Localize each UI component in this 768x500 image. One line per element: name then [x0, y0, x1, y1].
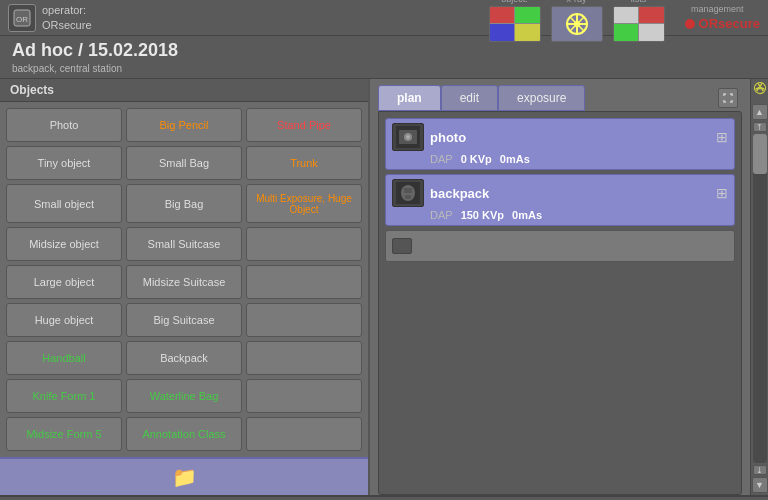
- expand-button[interactable]: [718, 88, 738, 108]
- scroll-up-btn[interactable]: ▲: [752, 104, 768, 120]
- backpack-thumb: [392, 179, 424, 207]
- tab-exposure[interactable]: exposure: [498, 85, 585, 111]
- btn-small-bag[interactable]: Small Bag: [126, 146, 242, 180]
- photo-detail: DAP 0 KVp 0mAs: [392, 153, 728, 165]
- main-layout: Objects Photo Big Pencil Stand Pipe Tiny…: [0, 79, 768, 495]
- btn-empty-3: [246, 303, 362, 337]
- btn-big-pencil[interactable]: Big Pencil: [126, 108, 242, 142]
- photo-dap-label: DAP: [430, 153, 453, 165]
- logo-icon: OR: [8, 4, 36, 32]
- scroll-top-btn[interactable]: ⤒: [753, 122, 767, 132]
- right-scrollbar: ▲ ⤒ ⤓ ▼: [750, 79, 768, 495]
- left-panel: Objects Photo Big Pencil Stand Pipe Tiny…: [0, 79, 370, 495]
- btn-large-object[interactable]: Large object: [6, 265, 122, 299]
- photo-row-name: photo: [430, 130, 710, 145]
- bottom-bar: ✓ finish study 🖨 print study: [0, 495, 768, 500]
- btn-photo[interactable]: Photo: [6, 108, 122, 142]
- brand-dot: [685, 19, 695, 29]
- btn-handball[interactable]: Handball: [6, 341, 122, 375]
- btn-backpack[interactable]: Backpack: [126, 341, 242, 375]
- right-panel: plan edit exposure: [370, 79, 750, 495]
- btn-huge-object[interactable]: Huge object: [6, 303, 122, 337]
- scroll-thumb: [753, 134, 767, 174]
- btn-big-bag[interactable]: Big Bag: [126, 184, 242, 223]
- brand-name: ORsecure: [699, 16, 760, 31]
- study-row-backpack[interactable]: backpack ⊞ DAP 150 KVp 0mAs: [385, 174, 735, 226]
- object-thumb[interactable]: [489, 6, 541, 42]
- left-footer: 📁: [0, 457, 368, 495]
- btn-small-object[interactable]: Small object: [6, 184, 122, 223]
- operator-label: operator:: [42, 3, 92, 17]
- photo-expand[interactable]: ⊞: [716, 129, 728, 145]
- backpack-dap-label: DAP: [430, 209, 453, 221]
- xray-thumb[interactable]: [551, 6, 603, 42]
- scroll-bottom-btn[interactable]: ⤓: [753, 465, 767, 475]
- btn-empty-4: [246, 341, 362, 375]
- btn-empty-2: [246, 265, 362, 299]
- nav-management: management ORsecure: [675, 4, 760, 31]
- svg-point-7: [574, 21, 580, 27]
- photo-mas: 0mAs: [500, 153, 530, 165]
- backpack-row-name: backpack: [430, 186, 710, 201]
- photo-thumb: [392, 123, 424, 151]
- folder-icon: 📁: [172, 465, 197, 489]
- scroll-down-btn[interactable]: ▼: [752, 477, 768, 493]
- scroll-track: [753, 134, 767, 463]
- btn-midsize-suitcase[interactable]: Midsize Suitcase: [126, 265, 242, 299]
- right-tabs: plan edit exposure: [370, 79, 750, 111]
- rad-icon-top: [753, 81, 767, 98]
- top-nav: object. x-ray: [489, 0, 760, 42]
- svg-rect-15: [405, 195, 411, 199]
- btn-empty-5: [246, 379, 362, 413]
- backpack-expand[interactable]: ⊞: [716, 185, 728, 201]
- btn-waterline-bag[interactable]: Waterline Bag: [126, 379, 242, 413]
- brand-area: ORsecure: [685, 16, 760, 31]
- photo-kvp: 0 KVp: [461, 153, 492, 165]
- btn-midsize-form5[interactable]: Midsize Form 5: [6, 417, 122, 451]
- lists-thumb[interactable]: [613, 6, 665, 42]
- nav-object[interactable]: object.: [489, 0, 541, 42]
- nav-xray[interactable]: x-ray: [551, 0, 603, 42]
- study-row-empty: [385, 230, 735, 262]
- tab-plan[interactable]: plan: [378, 85, 441, 111]
- btn-small-suitcase[interactable]: Small Suitcase: [126, 227, 242, 261]
- btn-midsize-object[interactable]: Midsize object: [6, 227, 122, 261]
- svg-rect-14: [404, 188, 412, 193]
- operator-name: ORsecure: [42, 18, 92, 32]
- plan-area: photo ⊞ DAP 0 KVp 0mAs: [378, 111, 742, 495]
- top-bar: OR operator: ORsecure object. x-ray: [0, 0, 768, 36]
- header: Ad hoc / 15.02.2018 backpack, central st…: [0, 36, 768, 79]
- svg-text:OR: OR: [16, 15, 28, 24]
- btn-empty-6: [246, 417, 362, 451]
- backpack-detail: DAP 150 KVp 0mAs: [392, 209, 728, 221]
- btn-stand-pipe[interactable]: Stand Pipe: [246, 108, 362, 142]
- backpack-kvp: 150 KVp: [461, 209, 504, 221]
- operator-info: operator: ORsecure: [42, 3, 92, 32]
- backpack-mas: 0mAs: [512, 209, 542, 221]
- page-title: Ad hoc / 15.02.2018: [12, 40, 756, 61]
- btn-empty-1: [246, 227, 362, 261]
- page-sub: backpack, central station: [12, 63, 756, 74]
- btn-tiny-object[interactable]: Tiny object: [6, 146, 122, 180]
- study-row-photo[interactable]: photo ⊞ DAP 0 KVp 0mAs: [385, 118, 735, 170]
- right-panel-wrapper: plan edit exposure: [370, 79, 768, 495]
- nav-lists[interactable]: lists: [613, 0, 665, 42]
- btn-multi-exposure[interactable]: Multi Exposure, Huge Object: [246, 184, 362, 223]
- btn-big-suitcase[interactable]: Big Suitcase: [126, 303, 242, 337]
- btn-trunk[interactable]: Trunk: [246, 146, 362, 180]
- tab-edit[interactable]: edit: [441, 85, 498, 111]
- btn-annotation-class[interactable]: Annotation Class: [126, 417, 242, 451]
- logo-area: OR operator: ORsecure: [8, 3, 92, 32]
- btn-knife-form1[interactable]: Knife Form 1: [6, 379, 122, 413]
- objects-grid: Photo Big Pencil Stand Pipe Tiny object …: [0, 102, 368, 457]
- svg-point-11: [406, 135, 410, 139]
- objects-header: Objects: [0, 79, 368, 102]
